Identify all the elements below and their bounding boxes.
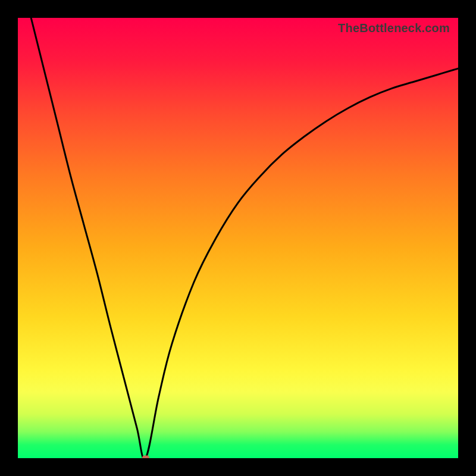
plot-area: TheBottleneck.com (18, 18, 458, 458)
chart-frame: TheBottleneck.com (0, 0, 476, 476)
curve-path (31, 18, 458, 458)
attribution-text: TheBottleneck.com (338, 21, 450, 35)
marker-dot (142, 456, 149, 459)
curve-layer (18, 18, 458, 458)
